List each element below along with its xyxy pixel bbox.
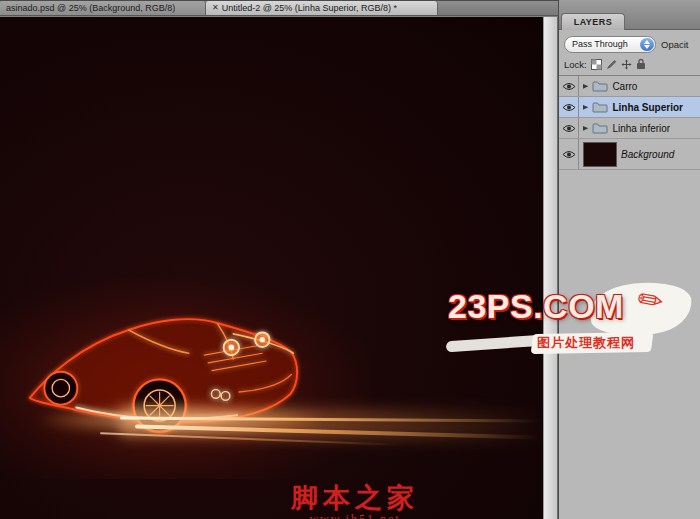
tab-label: Untitled-2 @ 25% (Linha Superior, RGB/8)… [222,3,397,13]
opacity-label: Opacit [661,39,688,50]
blend-mode-value: Pass Through [572,39,628,49]
site-footer-mark: 脚本之家 www.jb51.net [240,484,470,519]
panel-body: Pass Through Opacit Lock: [559,30,700,519]
close-icon[interactable]: ✕ [212,4,219,12]
blend-mode-row: Pass Through Opacit [559,30,700,57]
layers-panel: LAYERS Pass Through Opacit Lock: [558,0,700,519]
tab-document-1[interactable]: asinado.psd @ 25% (Background, RGB/8) [0,1,206,15]
lock-pixels-button[interactable] [606,59,617,70]
tab-document-2[interactable]: ✕ Untitled-2 @ 25% (Linha Superior, RGB/… [206,1,438,15]
layer-thumbnail[interactable] [583,142,617,167]
blend-mode-select[interactable]: Pass Through [564,36,656,53]
eye-icon [562,124,576,133]
document-canvas[interactable]: 脚本之家 www.jb51.net [0,17,543,519]
layer-row-carro[interactable]: ▶ Carro [559,76,700,97]
panel-header: LAYERS [559,0,700,30]
layer-row-linha-inferior[interactable]: ▶ Linha inferior [559,118,700,139]
move-arrows-icon [621,59,632,70]
checkerboard-icon [591,59,602,70]
lock-row: Lock: [559,57,700,76]
layer-name[interactable]: Carro [612,81,637,92]
stepper-icon[interactable] [640,38,654,51]
visibility-toggle[interactable] [559,76,579,96]
tab-layers[interactable]: LAYERS [561,13,625,30]
folder-icon [592,102,608,113]
layer-row-background[interactable]: Background [559,139,700,170]
eye-icon [562,103,576,112]
visibility-toggle[interactable] [559,97,579,117]
document-tab-bar: asinado.psd @ 25% (Background, RGB/8) ✕ … [0,0,558,16]
footer-site-url: www.jb51.net [240,512,470,519]
watermark-caption: 图片处理教程网 [537,334,635,352]
folder-icon [592,123,608,134]
visibility-toggle[interactable] [559,118,579,138]
canvas-scrollbar[interactable] [543,17,558,519]
eye-icon [562,150,576,159]
layer-name[interactable]: Linha inferior [612,123,670,134]
brush-icon [606,59,617,70]
visibility-toggle[interactable] [559,139,579,169]
expand-arrow-icon[interactable]: ▶ [583,124,588,131]
layer-row-linha-superior[interactable]: ▶ Linha Superior [559,97,700,118]
tab-bar-filler [438,1,558,15]
tab-label: asinado.psd @ 25% (Background, RGB/8) [6,3,175,13]
lock-all-button[interactable] [636,58,646,70]
folder-icon [592,81,608,92]
layer-name[interactable]: Background [621,149,674,160]
watermark-brand: 23PS.COM [448,287,624,326]
expand-arrow-icon[interactable]: ▶ [583,103,588,110]
photoshop-window: asinado.psd @ 25% (Background, RGB/8) ✕ … [0,0,700,519]
expand-arrow-icon[interactable]: ▶ [583,82,588,89]
tutorial-watermark: 23PS.COM ✎ 图片处理教程网 [440,283,698,368]
layer-list: ▶ Carro ▶ [559,76,700,170]
footer-site-name: 脚本之家 [240,484,470,512]
eye-icon [562,82,576,91]
layer-name[interactable]: Linha Superior [612,102,683,113]
padlock-icon [636,58,646,70]
lock-label: Lock: [564,59,587,70]
paint-splash [446,335,545,353]
lock-position-button[interactable] [621,59,632,70]
lock-transparency-button[interactable] [591,59,602,70]
